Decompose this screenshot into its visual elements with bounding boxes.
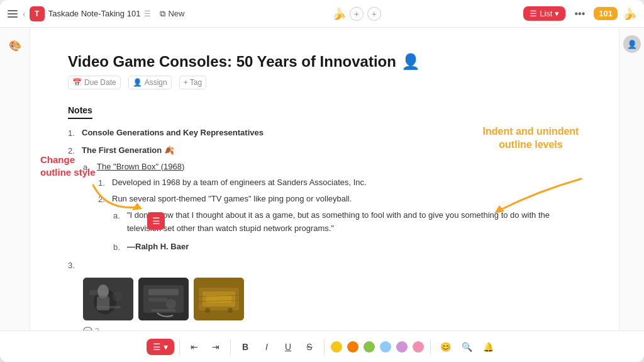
svg-rect-14 [151, 309, 176, 312]
list-item-images: 3. [68, 259, 581, 273]
image-1[interactable] [83, 278, 133, 320]
active-list-indicator[interactable]: ☰ [147, 212, 165, 230]
list-view-button[interactable]: ☰ List ▾ [523, 6, 565, 21]
project-name: Taskade Note-Taking 101 [48, 9, 141, 18]
toolbar-bell-button[interactable]: 🔔 [479, 337, 497, 356]
more-options-button[interactable]: ••• [570, 6, 589, 22]
new-button[interactable]: ⧉ New [155, 7, 189, 21]
leaf-emoji: 🍂 [164, 145, 174, 155]
topbar-right: ☰ List ▾ ••• 101 🍌 [523, 6, 636, 22]
toolbar-underline-button[interactable]: U [279, 337, 297, 356]
image-3[interactable] [194, 278, 244, 320]
toolbar-separator-2 [230, 339, 231, 354]
assign-button[interactable]: 👤 Assign [128, 76, 172, 89]
banana-emoji-2[interactable]: 🍌 [623, 7, 636, 21]
bottom-toolbar: ☰ ▾ ⇤ ⇥ B I U S 😊 🔍 🔔 [0, 331, 644, 362]
left-sidebar: 🎨 [0, 28, 30, 331]
topbar: ‹ T Taskade Note-Taking 101 ☰ ⧉ New 🍌 + … [0, 0, 644, 28]
dropdown-arrow: ▾ [555, 9, 559, 18]
avatar-icon: 👤 [627, 40, 637, 49]
toolbar-indent-in-button[interactable]: ⇥ [206, 337, 225, 356]
toolbar-italic-button[interactable]: I [257, 337, 276, 356]
toolbar-list-dropdown: ▾ [164, 342, 168, 352]
toolbar-indent-out-button[interactable]: ⇤ [185, 337, 204, 356]
quote-author: —Ralph H. Baer [127, 240, 581, 254]
list-item: b. —Ralph H. Baer [113, 240, 581, 254]
toolbar-list-button[interactable]: ☰ ▾ [147, 339, 174, 355]
right-panel: 👤 [619, 28, 644, 331]
new-label: New [168, 9, 184, 18]
annotation-right: Indent and unindent outline levels [480, 125, 581, 152]
sidebar-icon-palette[interactable]: 🎨 [5, 35, 25, 55]
list-alpha: b. [113, 240, 123, 254]
notes-header: Notes [68, 105, 92, 119]
tag-label: + Tag [184, 78, 202, 87]
annotation-left: Change outline style [40, 154, 97, 178]
color-dot-pink[interactable] [413, 341, 424, 353]
list-icon: ☰ [530, 9, 537, 18]
count-badge: 101 [594, 7, 618, 20]
doc-title-text: Video Game Consoles: 50 Years of Innovat… [68, 53, 396, 71]
arrow-right-icon [487, 173, 587, 223]
hamburger-menu[interactable] [8, 8, 19, 20]
comments-row[interactable]: 💬 3 [83, 325, 581, 331]
color-dot-blue[interactable] [380, 341, 391, 353]
doc-area: Change outline style Indent and unindent… [30, 28, 619, 331]
list-label: List [540, 9, 552, 18]
svg-point-21 [205, 308, 210, 313]
back-arrow[interactable]: ‹ [23, 9, 26, 19]
notes-content: 1. Console Generations and Key Represent… [68, 127, 581, 331]
toolbar-emoji-button[interactable]: 😊 [436, 337, 455, 356]
toolbar-list-icon: ☰ [153, 342, 161, 352]
new-doc-icon: ⧉ [160, 9, 165, 19]
comment-icon: 💬 [83, 325, 92, 331]
due-date-label: Due Date [84, 78, 116, 87]
svg-rect-8 [97, 297, 109, 310]
arrow-left-icon [87, 179, 143, 217]
toolbar-search-button[interactable]: 🔍 [457, 337, 476, 356]
due-date-button[interactable]: 📅 Due Date [68, 76, 121, 89]
project-settings-icon[interactable]: ☰ [144, 9, 151, 18]
tag-button[interactable]: + Tag [179, 76, 206, 89]
color-dot-orange[interactable] [347, 341, 358, 353]
comments-count: 3 [95, 325, 99, 331]
images-row [83, 278, 581, 320]
image-2[interactable] [138, 278, 189, 320]
list-number: 1. [68, 127, 78, 140]
doc-title-emoji: 👤 [401, 53, 420, 71]
add-circle-button-1[interactable]: + [350, 7, 364, 21]
toolbar-separator-3 [324, 339, 325, 354]
banana-emoji[interactable]: 🍌 [332, 7, 346, 21]
sub-item-link[interactable]: The "Brown Box" (1968) [97, 161, 581, 174]
color-dot-purple[interactable] [396, 341, 408, 353]
toolbar-separator-4 [430, 339, 431, 354]
main-area: 🎨 Change outline style Indent and uninde… [0, 28, 644, 331]
avatar: 👤 [623, 35, 641, 53]
doc-meta: 📅 Due Date 👤 Assign + Tag [68, 76, 581, 89]
list-number: 3. [68, 259, 78, 273]
assign-label: Assign [145, 78, 167, 87]
svg-point-5 [113, 291, 123, 302]
toolbar-separator-1 [179, 339, 180, 354]
doc-title: Video Game Consoles: 50 Years of Innovat… [68, 53, 581, 71]
add-circle-button-2[interactable]: + [367, 7, 381, 21]
svg-point-13 [166, 299, 176, 309]
person-icon: 👤 [133, 78, 142, 87]
toolbar-strikethrough-button[interactable]: S [300, 337, 319, 356]
svg-rect-12 [148, 298, 167, 302]
calendar-icon: 📅 [72, 78, 82, 87]
topbar-center: 🍌 + + [194, 7, 518, 21]
svg-point-22 [228, 308, 233, 313]
list-indicator-icon: ☰ [152, 216, 160, 226]
svg-rect-11 [148, 289, 179, 295]
color-dot-green[interactable] [364, 341, 375, 353]
color-dot-yellow[interactable] [331, 341, 342, 353]
app-icon: T [30, 6, 45, 21]
svg-point-7 [97, 285, 109, 298]
topbar-left: ‹ T Taskade Note-Taking 101 ☰ ⧉ New [8, 6, 189, 21]
toolbar-bold-button[interactable]: B [236, 337, 255, 356]
